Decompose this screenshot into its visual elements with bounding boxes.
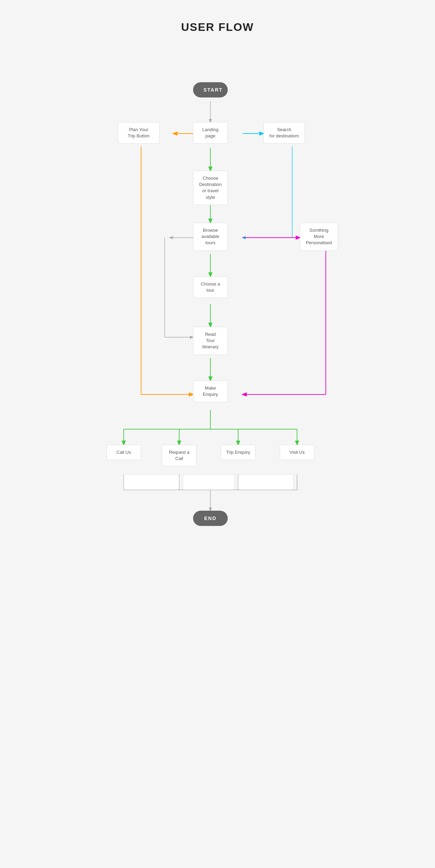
start-node: START xyxy=(193,82,228,97)
bottom-box-2 xyxy=(183,474,235,490)
something-more-node: Somthing More Personalised xyxy=(300,223,338,251)
plan-trip-button-node: Plan Your Trip Button xyxy=(118,122,159,144)
read-itinerary-node: Read Tour Itinerary xyxy=(193,327,228,355)
choose-tour-node: Choose a tour xyxy=(193,276,228,298)
end-node: END xyxy=(193,511,228,526)
bottom-box-1 xyxy=(124,474,179,490)
bottom-box-3 xyxy=(238,474,294,490)
visit-us-node: Visit Us xyxy=(280,445,314,460)
call-us-node: Call Us xyxy=(106,445,141,460)
search-node: Search for destinatiom xyxy=(263,122,305,144)
make-enquiry-node: Make Enquiry xyxy=(193,381,228,402)
request-call-node: Request a Call xyxy=(162,445,197,466)
flowchart: START Landing page Plan Your Trip Button… xyxy=(87,61,348,825)
page-title: USER FLOW xyxy=(87,21,348,34)
landing-page-node: Landing page xyxy=(193,122,228,144)
choose-dest-node: Choose Destination or travel style xyxy=(193,171,228,205)
trip-enquiry-node: Trip Enquiry xyxy=(221,445,255,460)
page: USER FLOW xyxy=(87,0,348,868)
browse-tours-node: Browse available tours xyxy=(193,223,228,251)
